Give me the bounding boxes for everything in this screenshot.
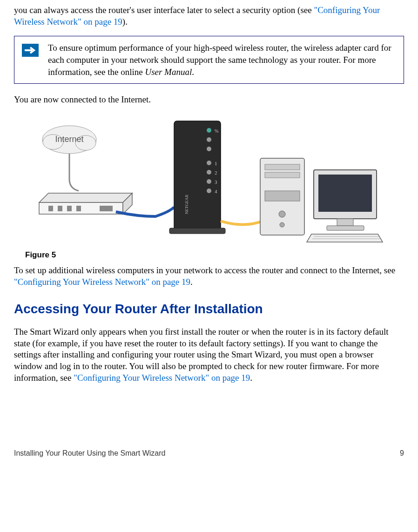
svg-rect-9	[174, 121, 221, 230]
setup-link[interactable]: "Configuring Your Wireless Network" on p…	[14, 277, 190, 287]
svg-point-11	[207, 128, 211, 133]
footer-left: Installing Your Router Using the Smart W…	[14, 449, 165, 458]
svg-point-28	[279, 211, 285, 217]
footer-page-number: 9	[400, 449, 404, 458]
setup-paragraph: To set up additional wireless computers …	[14, 265, 404, 288]
pc-tower-icon	[260, 158, 304, 235]
svg-rect-5	[58, 206, 62, 211]
svg-rect-31	[318, 175, 372, 212]
svg-rect-8	[100, 206, 113, 211]
intro-paragraph: you can always access the router's user …	[14, 5, 404, 27]
svg-text:NETGEAR: NETGEAR	[184, 195, 189, 214]
figure-image: Internet %	[25, 114, 384, 244]
note-text-after: .	[192, 67, 194, 77]
svg-rect-4	[48, 206, 53, 211]
svg-point-17	[207, 170, 211, 175]
setup-text-after: .	[190, 277, 193, 287]
figure-caption: Figure 5	[25, 250, 404, 260]
body-paragraph: The Smart Wizard only appears when you f…	[14, 326, 404, 384]
svg-text:4: 4	[215, 189, 217, 194]
svg-rect-26	[265, 172, 300, 178]
svg-rect-25	[265, 164, 300, 170]
note-text: To ensure optimum performance of your hi…	[48, 42, 396, 78]
arrow-icon	[22, 44, 39, 60]
svg-rect-10	[169, 228, 225, 234]
note-text-before: To ensure optimum performance of your hi…	[48, 43, 391, 76]
svg-text:2: 2	[215, 170, 217, 175]
svg-point-21	[207, 189, 211, 193]
setup-text-before: To set up additional wireless computers …	[14, 265, 395, 275]
svg-point-19	[207, 179, 211, 184]
svg-point-15	[207, 161, 211, 165]
svg-point-29	[280, 222, 284, 227]
monitor-icon	[314, 170, 377, 230]
svg-rect-6	[67, 206, 72, 211]
footer: Installing Your Router Using the Smart W…	[14, 449, 404, 468]
svg-point-14	[207, 147, 211, 151]
svg-rect-33	[327, 226, 364, 230]
svg-text:3: 3	[215, 179, 217, 185]
note-italic: User Manual	[145, 67, 192, 77]
figure-container: Internet %	[25, 114, 404, 260]
intro-text-before: you can always access the router's user …	[14, 5, 314, 15]
section-heading: Accessing Your Router After Installation	[14, 301, 404, 317]
svg-point-13	[207, 137, 211, 142]
router-icon: % 1 2 3 4 NETGEAR	[169, 121, 225, 234]
svg-rect-27	[265, 191, 300, 201]
keyboard-icon	[307, 234, 383, 242]
internet-label: Internet	[55, 135, 83, 144]
connected-text: You are now connected to the Internet.	[14, 94, 404, 106]
body-text-after: .	[250, 373, 252, 383]
note-box: To ensure optimum performance of your hi…	[14, 36, 404, 84]
intro-text-after: ).	[122, 17, 128, 27]
body-link[interactable]: "Configuring Your Wireless Network" on p…	[74, 373, 250, 383]
svg-text:%: %	[215, 128, 218, 134]
svg-rect-32	[337, 219, 353, 226]
svg-text:1: 1	[215, 161, 217, 166]
svg-rect-7	[76, 206, 81, 211]
